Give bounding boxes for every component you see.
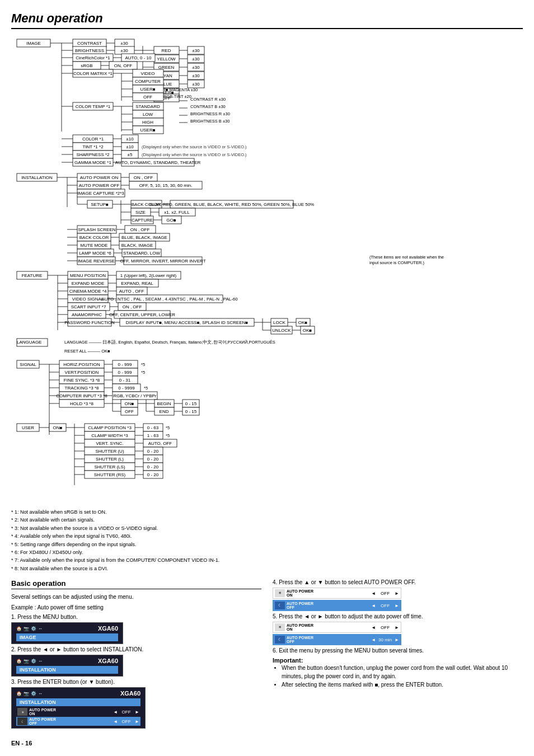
step-6-label: 6. Exit the menu by pressing the MENU bu… (273, 647, 523, 654)
svg-text:OK■: OK■ (298, 320, 308, 325)
important-section: Important: When the button doesn't funct… (273, 657, 523, 689)
svg-text:IMAGE REVERSE: IMAGE REVERSE (78, 259, 115, 264)
step4-display: ☀ AUTO POWERON ◄ OFF ► ☾ AUTO POWEROFF ◄… (273, 588, 523, 611)
svg-text:HORIZ.POSITION: HORIZ.POSITION (63, 362, 100, 367)
svg-text:VIDEO: VIDEO (141, 71, 155, 76)
step4-power-on-label: AUTO POWERON (287, 589, 369, 597)
svg-text:SHUTTER (L): SHUTTER (L) (96, 457, 124, 462)
svg-text:RED: RED (162, 48, 171, 53)
svg-text:(These items are not available: (These items are not available when the (369, 255, 444, 260)
svg-text:LAMP MODE *6: LAMP MODE *6 (79, 251, 111, 256)
svg-text:TRACKING  *3 *8: TRACKING *3 *8 (65, 386, 99, 391)
svg-text:AUTO, OFF: AUTO, OFF (148, 441, 172, 446)
svg-text:*5: *5 (166, 425, 170, 430)
menu-screen-1: 🏠📷⚙️↔️ XGA60 IMAGE (11, 622, 123, 644)
menu-icons-2: 🏠📷⚙️↔️ (16, 659, 43, 664)
svg-text:AUTO POWER ON: AUTO POWER ON (80, 175, 119, 180)
step-4-label: 4. Press the ▲ or ▼ button to select AUT… (273, 579, 523, 585)
svg-text:SHUTTER (RS): SHUTTER (RS) (94, 472, 126, 477)
svg-text:±10: ±10 (126, 137, 134, 142)
svg-text:0 - 15: 0 - 15 (185, 401, 197, 406)
svg-text:LANGUAGE ——— 日本語, English, Esp: LANGUAGE ——— 日本語, English, Español, Deut… (64, 340, 275, 345)
svg-text:GLAY, RED, GREEN, BLUE, BLACK,: GLAY, RED, GREEN, BLUE, BLACK, WHITE, RE… (149, 202, 314, 207)
svg-text:CONTRAST B   ±30: CONTRAST B ±30 (190, 104, 226, 109)
svg-text:±30: ±30 (120, 41, 128, 46)
svg-text:ON , OFF: ON , OFF (123, 304, 142, 309)
svg-text:MENU POSITION: MENU POSITION (70, 273, 106, 278)
auto-power-on-row-3: ☀ AUTO POWERON ◄ OFF ► (16, 707, 140, 716)
menu-tree-svg: IMAGE CONTRAST ±30 BRIGHTNESS ±30 RED ±3… (11, 34, 515, 336)
menu-icons-1: 🏠📷⚙️↔️ (16, 626, 43, 631)
svg-text:AUTO, 0 - 10: AUTO, 0 - 10 (125, 55, 152, 60)
step5-arrow-r1: ► (395, 625, 399, 630)
basic-operation-section: Basic operation Several settings can be … (11, 579, 523, 731)
note-5: * 5: Setting range differs depending on … (11, 541, 523, 548)
svg-text:BEGIN: BEGIN (157, 401, 171, 406)
menu-screen-2: 🏠📷⚙️↔️ XGA60 INSTALLATION (11, 655, 123, 677)
important-title: Important: (273, 657, 523, 664)
step5-power-on-icon: ☀ (275, 623, 285, 631)
svg-text:LOCK: LOCK (273, 320, 285, 325)
xga-label-1: XGA60 (98, 625, 118, 632)
svg-text:CLAMP WIDTH *3: CLAMP WIDTH *3 (91, 433, 128, 438)
svg-text:0 - 20: 0 - 20 (147, 457, 159, 462)
svg-text:0 - 999: 0 - 999 (118, 370, 132, 375)
notes-section: * 1: Not available when sRGB is set to O… (11, 508, 523, 572)
page-number: EN - 16 (11, 740, 523, 746)
svg-text:0 - 15: 0 - 15 (185, 409, 197, 414)
svg-text:HOLD  *3 *8: HOLD *3 *8 (70, 401, 93, 406)
svg-text:±30: ±30 (192, 65, 200, 70)
svg-text:BLUE, BLACK, IMAGE: BLUE, BLACK, IMAGE (121, 235, 167, 240)
step-5-label: 5. Press the ◄ or ► button to adjust the… (273, 613, 523, 619)
step5-power-off-icon: ☾ (275, 636, 285, 644)
svg-text:USER■: USER■ (140, 128, 155, 133)
svg-text:CAPTURE: CAPTURE (132, 218, 153, 223)
step5-power-on-row: ☀ AUTO POWERON ◄ OFF ► (273, 622, 401, 633)
svg-text:BRIGHTNESS R ±30: BRIGHTNESS R ±30 (190, 111, 230, 116)
step4-arrow-r2: ► (395, 603, 399, 608)
menu-tree-svg-2: LANGUAGE LANGUAGE ——— 日本語, English, Espa… (11, 337, 515, 506)
svg-text:STANDARD: STANDARD (135, 104, 160, 109)
svg-text:*5: *5 (141, 362, 145, 367)
svg-text:CONTRAST R   ±30: CONTRAST R ±30 (190, 97, 226, 102)
important-list: When the button doesn't function, unplug… (273, 664, 523, 689)
basic-operation-title: Basic operation (11, 579, 261, 589)
svg-text:(Displayed only when the sourc: (Displayed only when the source is VIDEO… (142, 144, 247, 149)
svg-text:EXPAND MODE: EXPAND MODE (72, 281, 105, 286)
svg-text:MUTE MODE: MUTE MODE (81, 243, 108, 248)
svg-text:COLOR TEMP *1: COLOR TEMP *1 (76, 104, 111, 109)
svg-text:±10: ±10 (126, 144, 134, 149)
svg-text:sRGB: sRGB (81, 63, 92, 68)
svg-text:DISPLAY INPUT■, MENU ACCESS■, : DISPLAY INPUT■, MENU ACCESS■, SPLASH ID … (126, 320, 248, 325)
svg-text:RGB, YCBCr / YPBPr: RGB, YCBCr / YPBPr (113, 393, 156, 398)
basic-op-left: Basic operation Several settings can be … (11, 579, 261, 731)
step-1-label: 1. Press the MENU button. (11, 614, 261, 620)
svg-text:VERT.POSITION: VERT.POSITION (65, 370, 99, 375)
svg-text:ON , OFF: ON , OFF (134, 175, 153, 180)
svg-text:x1, x2, FULL: x1, x2, FULL (164, 210, 190, 215)
step5-arrow-l1: ◄ (371, 625, 376, 630)
menu-screen-2-label: INSTALLATION (16, 666, 118, 674)
svg-text:±30: ±30 (192, 57, 200, 62)
svg-text:SHUTTER (LS): SHUTTER (LS) (94, 464, 125, 469)
svg-text:SHUTTER (U): SHUTTER (U) (95, 449, 124, 454)
step4-arrow-l1: ◄ (371, 591, 376, 596)
svg-text:FEATURE: FEATURE (22, 273, 43, 278)
svg-text:*5: *5 (166, 433, 170, 438)
step-2-label: 2. Press the ◄ or ► button to select INS… (11, 646, 261, 652)
svg-text:BRIGHTNESS B ±30: BRIGHTNESS B ±30 (190, 119, 229, 124)
svg-text:0 - 9999: 0 - 9999 (118, 386, 135, 391)
svg-text:*5: *5 (144, 386, 148, 391)
step5-arrow-r2: ► (395, 637, 399, 642)
svg-text:SCART INPUT  *7: SCART INPUT *7 (71, 304, 106, 309)
svg-text:OFF, CENTER, UPPER, LOWER: OFF, CENTER, UPPER, LOWER (109, 312, 175, 317)
step4-power-off-row: ☾ AUTO POWEROFF ◄ OFF ► (273, 600, 401, 611)
svg-text:LANGUAGE: LANGUAGE (17, 340, 41, 345)
svg-text:0 - 20: 0 - 20 (147, 449, 159, 454)
menu-tree-lower: LANGUAGE LANGUAGE ——— 日本語, English, Espa… (11, 337, 515, 505)
svg-text:FINE SYNC.  *3 *8: FINE SYNC. *3 *8 (64, 378, 100, 383)
arrow-left-3b: ◄ (113, 719, 118, 724)
svg-text:AUTO, DYNAMIC, STANDARD, THEAT: AUTO, DYNAMIC, STANDARD, THEATER (115, 160, 201, 165)
auto-power-on-icon-3: ☀ (17, 708, 27, 716)
svg-text:0 - 63: 0 - 63 (147, 425, 159, 430)
